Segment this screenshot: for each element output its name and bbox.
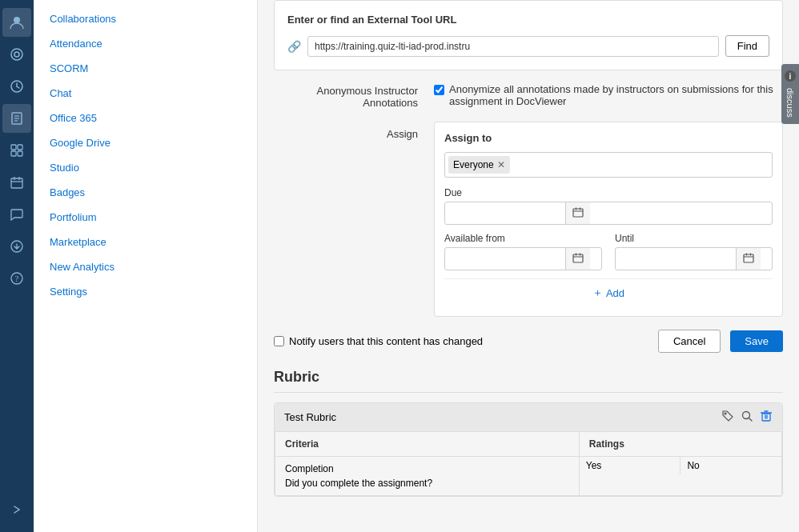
rating-no-label: No <box>687 460 775 471</box>
criteria-title: Completion <box>285 463 569 474</box>
bottom-bar: Notify users that this content has chang… <box>274 330 783 353</box>
assign-box: Assign to Everyone ✕ Due Available <box>434 122 783 317</box>
svg-rect-33 <box>762 414 770 421</box>
avatar-icon[interactable] <box>2 8 31 37</box>
rubric-row-1: Completion Did you complete the assignme… <box>275 457 782 496</box>
notify-row: Notify users that this content has chang… <box>274 335 648 347</box>
svg-rect-12 <box>11 178 22 188</box>
sidebar-item-office365[interactable]: Office 365 <box>34 106 257 130</box>
notify-checkbox[interactable] <box>274 336 284 346</box>
chat-icon[interactable] <box>2 200 31 229</box>
sidebar-item-marketplace[interactable]: Marketplace <box>34 230 257 254</box>
anonymous-instructor-row: Anonymous InstructorAnnotations Anonymiz… <box>274 83 783 109</box>
rubric-table-wrapper: Test Rubric Criteria <box>274 402 783 497</box>
find-button[interactable]: Find <box>725 35 769 57</box>
anonymize-checkbox[interactable] <box>434 85 444 95</box>
svg-rect-9 <box>18 145 22 150</box>
rating-no: No <box>681 457 781 474</box>
discuss-panel[interactable]: i discuss <box>781 64 799 124</box>
rubric-search-icon-button[interactable] <box>741 410 753 425</box>
sidebar-item-portfolium[interactable]: Portfolium <box>34 205 257 230</box>
ratings-cell: Yes No <box>579 457 781 496</box>
svg-rect-8 <box>11 145 16 150</box>
everyone-tag-label: Everyone <box>453 159 494 170</box>
home-icon[interactable] <box>2 40 31 69</box>
rubric-table: Criteria Ratings Completion Did you comp… <box>275 431 782 496</box>
main-content: Enter or find an External Tool URL 🔗 Fin… <box>258 0 799 532</box>
until-calendar-button[interactable] <box>736 248 761 270</box>
rubric-title: Rubric <box>274 369 783 393</box>
discuss-label: discuss <box>785 88 795 118</box>
sidebar-item-attendance[interactable]: Attendance <box>34 31 257 56</box>
assign-tags-row[interactable]: Everyone ✕ <box>444 152 773 178</box>
sidebar-item-studio[interactable]: Studio <box>34 155 257 180</box>
collapse-icon[interactable] <box>2 495 31 524</box>
until-field <box>615 247 773 270</box>
svg-point-1 <box>11 49 22 60</box>
svg-rect-19 <box>573 209 583 217</box>
anonymize-label: Anonymize all annotations made by instru… <box>449 83 783 107</box>
svg-rect-23 <box>573 254 583 262</box>
import-icon[interactable] <box>2 232 31 261</box>
save-button[interactable]: Save <box>730 330 783 352</box>
assign-label: Assign <box>274 122 434 140</box>
add-label: Add <box>606 287 624 299</box>
svg-rect-27 <box>744 254 753 262</box>
notify-label: Notify users that this content has chang… <box>289 335 483 347</box>
rubric-delete-icon-button[interactable] <box>760 410 773 425</box>
due-date-input[interactable] <box>445 204 565 223</box>
url-input[interactable] <box>307 36 719 57</box>
anonymous-instructor-label: Anonymous InstructorAnnotations <box>274 83 434 109</box>
anonymous-instructor-control: Anonymize all annotations made by instru… <box>434 83 783 107</box>
sidebar-item-settings[interactable]: Settings <box>34 279 257 304</box>
svg-point-0 <box>14 17 20 23</box>
sidebar-item-collaborations[interactable]: Collaborations <box>34 6 257 31</box>
sidebar-item-badges[interactable]: Badges <box>34 180 257 205</box>
svg-rect-10 <box>11 151 16 156</box>
available-until-row: Available from Until <box>444 233 773 270</box>
assign-to-title: Assign to <box>444 132 773 144</box>
sidebar: ? <box>0 0 34 532</box>
url-row: 🔗 Find <box>287 35 769 57</box>
rubric-actions <box>721 410 773 425</box>
svg-text:?: ? <box>15 274 19 283</box>
add-button[interactable]: ＋ Add <box>592 286 624 300</box>
rubric-tag-icon-button[interactable] <box>721 410 734 425</box>
svg-point-2 <box>14 52 19 57</box>
link-icon: 🔗 <box>287 40 301 53</box>
rubric-section: Rubric Test Rubric <box>274 369 783 497</box>
document-icon[interactable] <box>2 104 31 133</box>
rubric-name: Test Rubric <box>284 411 336 423</box>
sidebar-item-newanalytics[interactable]: New Analytics <box>34 254 257 279</box>
ratings-cell-inner: Yes No <box>580 457 781 474</box>
assign-section: Assign Assign to Everyone ✕ Due <box>274 122 783 317</box>
sidebar-item-chat[interactable]: Chat <box>34 81 257 106</box>
sidebar-item-scorm[interactable]: SCORM <box>34 56 257 81</box>
cancel-button[interactable]: Cancel <box>658 330 721 353</box>
clock-icon[interactable] <box>2 72 31 101</box>
nav-list: Collaborations Attendance SCORM Chat Off… <box>34 0 258 532</box>
until-input[interactable] <box>616 250 736 269</box>
until-col: Until <box>615 233 773 270</box>
help-icon[interactable]: ? <box>2 264 31 293</box>
grid-icon[interactable] <box>2 136 31 165</box>
calendar-icon[interactable] <box>2 168 31 197</box>
rating-yes: Yes <box>580 457 681 474</box>
sidebar-item-googledrive[interactable]: Google Drive <box>34 130 257 155</box>
due-date-field <box>444 202 773 225</box>
due-label: Due <box>444 187 773 198</box>
everyone-tag-remove[interactable]: ✕ <box>497 159 505 170</box>
ratings-header: Ratings <box>579 432 781 457</box>
criteria-cell: Completion Did you complete the assignme… <box>275 457 580 496</box>
everyone-tag: Everyone ✕ <box>448 156 510 174</box>
add-row: ＋ Add <box>444 278 773 306</box>
available-from-calendar-button[interactable] <box>565 248 590 270</box>
available-from-input[interactable] <box>445 250 565 269</box>
rating-yes-label: Yes <box>586 460 674 471</box>
discuss-info-icon: i <box>785 70 796 82</box>
available-from-col: Available from <box>444 233 602 270</box>
due-calendar-button[interactable] <box>565 202 590 224</box>
criteria-header: Criteria <box>275 432 580 457</box>
svg-rect-11 <box>18 151 22 156</box>
external-tool-title: Enter or find an External Tool URL <box>287 14 769 26</box>
